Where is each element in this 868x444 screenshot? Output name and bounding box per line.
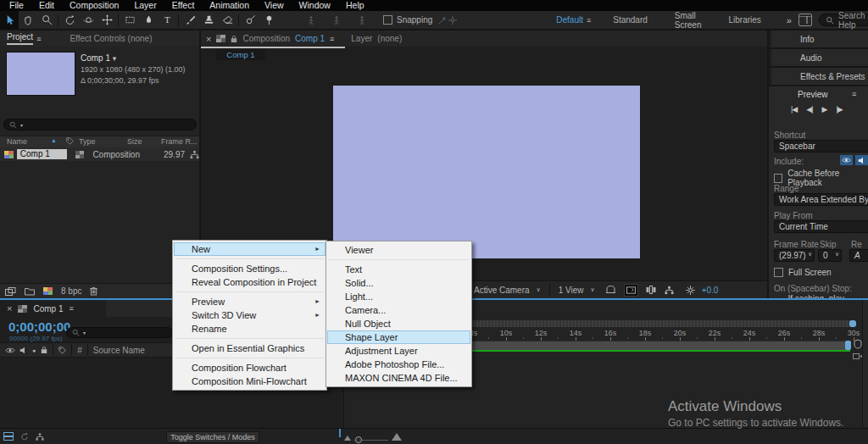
menu-item-open-in-essential-graphics[interactable]: Open in Essential Graphics: [174, 341, 326, 355]
new-folder-icon[interactable]: [25, 287, 35, 296]
chevron-down-icon[interactable]: ∨: [537, 286, 541, 293]
search-help-input[interactable]: Search Help: [819, 14, 868, 26]
zoom-out-mountain-icon[interactable]: [344, 436, 351, 441]
panel-menu-icon[interactable]: ≡: [330, 35, 334, 43]
menu-item-preview[interactable]: Preview►: [174, 295, 326, 308]
row-name[interactable]: Comp 1: [17, 149, 67, 159]
tab-layer[interactable]: Layer: [351, 34, 372, 43]
menu-item-shape-layer[interactable]: Shape Layer: [327, 330, 470, 344]
snap-along-edges-icon[interactable]: [437, 11, 448, 29]
chevron-down-icon[interactable]: ∨: [808, 251, 812, 258]
include-video-eye-icon[interactable]: [840, 155, 853, 165]
hand-tool[interactable]: [19, 11, 37, 29]
menu-item-adobe-photoshop-file[interactable]: Adobe Photoshop File...: [327, 358, 470, 371]
zoom-tool[interactable]: [37, 11, 56, 29]
workspace-standard[interactable]: Standard: [599, 15, 661, 25]
project-search-input[interactable]: ▾: [3, 119, 197, 130]
render-queue-icon[interactable]: [3, 432, 14, 441]
audio-speaker-icon[interactable]: [19, 347, 27, 354]
workspace-small-screen[interactable]: Small Screen: [661, 11, 715, 30]
timeline-vertical-scrollbar[interactable]: [862, 300, 868, 428]
menu-item-text[interactable]: Text: [327, 263, 470, 276]
snapping-checkbox[interactable]: [383, 15, 392, 25]
column-type[interactable]: Type: [79, 137, 96, 146]
rotation-tool[interactable]: [60, 11, 79, 29]
menu-view[interactable]: View: [257, 0, 292, 11]
project-bpc-button[interactable]: 8 bpc: [61, 286, 81, 296]
new-composition-icon[interactable]: [43, 287, 53, 295]
column-size[interactable]: Size: [127, 137, 142, 146]
include-audio-speaker-icon[interactable]: [855, 155, 868, 165]
composition-canvas[interactable]: [333, 86, 640, 258]
panel-header-info[interactable]: Info: [769, 31, 868, 47]
shortcut-select[interactable]: Spacebar: [774, 140, 868, 153]
roto-brush-tool[interactable]: [241, 11, 259, 29]
sort-ascending-icon[interactable]: ▲: [51, 137, 57, 143]
menu-item-composition-mini-flowchart[interactable]: Composition Mini-Flowchart: [174, 375, 326, 388]
source-name-column[interactable]: Source Name: [93, 346, 145, 355]
timeline-tab[interactable]: × Comp 1 ≡: [0, 300, 106, 317]
menu-item-composition-settings[interactable]: Composition Settings...: [174, 262, 326, 275]
lock-icon[interactable]: [231, 35, 237, 43]
brush-tool[interactable]: [181, 11, 199, 29]
panel-header-audio[interactable]: Audio: [769, 49, 868, 66]
panel-divider[interactable]: [339, 429, 341, 437]
interpret-footage-icon[interactable]: [5, 287, 16, 296]
tab-composition-label[interactable]: Composition: [242, 34, 290, 43]
panel-menu-icon[interactable]: ≡: [69, 304, 73, 313]
exposure-icon[interactable]: [686, 286, 695, 295]
layer-number-column[interactable]: #: [77, 346, 82, 355]
current-timecode[interactable]: 0;00;00;00: [8, 319, 70, 334]
close-icon[interactable]: ×: [7, 303, 12, 314]
workspace-default[interactable]: Default: [542, 15, 587, 25]
toggle-switches-modes-button[interactable]: Toggle Switches / Modes: [166, 431, 259, 443]
snap-to-features-icon[interactable]: [448, 11, 458, 29]
type-tool[interactable]: T: [158, 11, 176, 29]
menu-file[interactable]: File: [2, 0, 31, 11]
clone-stamp-tool[interactable]: [199, 11, 218, 29]
cache-checkbox[interactable]: [774, 174, 782, 183]
range-select[interactable]: Work Area Extended By C: [774, 193, 868, 206]
menu-item-light[interactable]: Light...: [327, 290, 470, 303]
lock-icon[interactable]: [41, 346, 47, 354]
menu-item-new[interactable]: New►: [174, 242, 326, 256]
menu-item-viewer[interactable]: Viewer: [327, 243, 470, 257]
panel-menu-icon[interactable]: ≡: [36, 35, 41, 43]
snapping-control[interactable]: Snapping: [383, 15, 432, 25]
play-from-select[interactable]: Current Time: [774, 220, 868, 233]
menu-layer[interactable]: Layer: [126, 0, 164, 11]
menu-effect[interactable]: Effect: [164, 0, 203, 11]
panel-header-effects-presets[interactable]: Effects & Presets: [769, 68, 868, 85]
trash-icon[interactable]: [90, 286, 97, 296]
timeline-search-input[interactable]: ▾: [66, 327, 173, 338]
chevron-down-icon[interactable]: ∨: [591, 286, 595, 293]
zoom-in-mountain-icon[interactable]: [392, 433, 402, 441]
menu-item-maxon-cinema-4d-file[interactable]: MAXON CINEMA 4D File...: [327, 371, 470, 385]
dropdown-icon[interactable]: ▾: [113, 54, 117, 63]
pen-tool[interactable]: [139, 11, 158, 29]
refresh-icon[interactable]: [20, 432, 29, 441]
label-column-icon[interactable]: [58, 347, 66, 354]
menu-item-null-object[interactable]: Null Object: [327, 317, 470, 330]
menu-item-adjustment-layer[interactable]: Adjustment Layer: [327, 344, 470, 358]
label-color-swatch[interactable]: [75, 151, 85, 158]
exposure-value[interactable]: +0.0: [702, 286, 719, 295]
transport-play-icon[interactable]: ▶: [822, 105, 827, 114]
comp-marker-bin-icon[interactable]: [854, 339, 862, 349]
video-eye-icon[interactable]: [5, 347, 15, 354]
menu-animation[interactable]: Animation: [202, 0, 257, 11]
pixel-aspect-icon[interactable]: [646, 286, 656, 294]
menu-item-reveal-composition-in-project[interactable]: Reveal Composition in Project: [174, 275, 326, 289]
network-icon[interactable]: [665, 286, 674, 295]
label-color-column-icon[interactable]: [66, 137, 74, 145]
full-screen-option[interactable]: Full Screen: [774, 268, 832, 277]
table-row[interactable]: Comp 1 Composition 29.97: [0, 147, 199, 161]
puppet-pin-tool[interactable]: [259, 11, 278, 29]
eraser-tool[interactable]: [218, 11, 236, 29]
timeline-zoom-slider-knob[interactable]: [355, 436, 362, 443]
transport-next-frame-icon[interactable]: |▶: [836, 105, 842, 114]
search-options-icon[interactable]: ▾: [83, 330, 86, 336]
camera-tool[interactable]: [79, 11, 97, 29]
transport-previous-frame-icon[interactable]: ◀|: [806, 105, 812, 114]
workspace-overflow-icon[interactable]: »: [787, 15, 792, 25]
